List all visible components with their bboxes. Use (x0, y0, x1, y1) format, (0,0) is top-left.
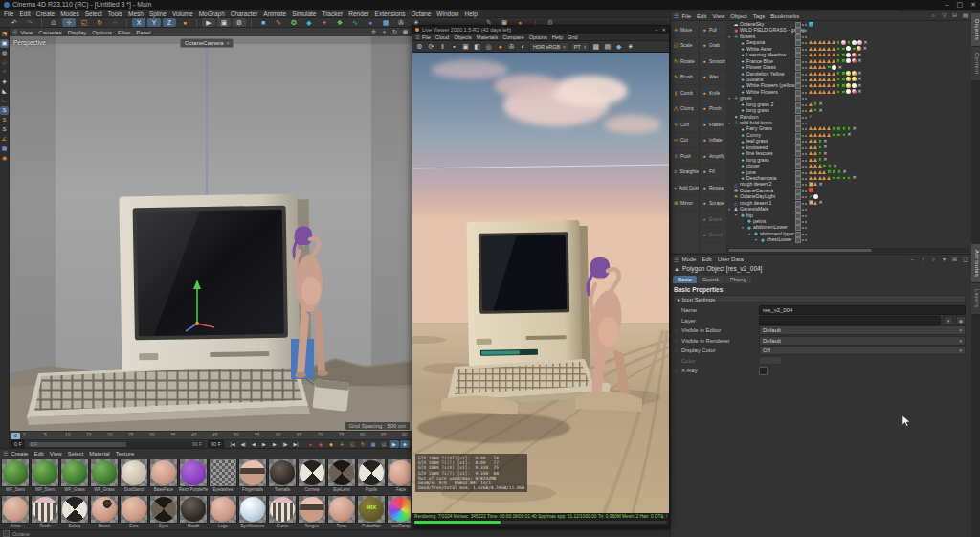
octane-object-tag-icon[interactable] (813, 90, 817, 94)
material-tag-icon[interactable] (832, 176, 836, 181)
octane-object-tag-icon[interactable] (827, 53, 831, 56)
expand-icon[interactable]: ▾ (748, 232, 752, 236)
menu-item-view[interactable]: View (712, 13, 724, 19)
material-tongue[interactable]: Tongue (298, 495, 326, 530)
axis-y-button[interactable]: Y (147, 18, 161, 27)
material-tag-icon[interactable] (836, 47, 841, 52)
material-pubichair[interactable]: MIXPubicHair (357, 495, 386, 530)
record-keyframe-button[interactable]: ● (305, 440, 315, 448)
record-pla-button[interactable]: ▤ (379, 440, 389, 448)
octane-object-tag-icon[interactable] (822, 40, 826, 44)
material-tag-icon[interactable] (827, 169, 832, 174)
tool-inflate[interactable]: ●Inflate (700, 133, 726, 149)
lv-minimize-button[interactable]: – (655, 27, 657, 33)
add-primitive-button[interactable]: ■ (256, 18, 270, 27)
close-button[interactable]: ✕ (970, 0, 976, 10)
record-scale-button[interactable]: ◱ (347, 440, 357, 448)
material-tag-icon[interactable] (841, 83, 846, 88)
octane-object-tag-icon[interactable] (813, 176, 817, 180)
texture-tag-icon[interactable]: ✕ (858, 58, 862, 63)
object-row-chestlower[interactable]: ▾❖chestLower (726, 236, 969, 242)
octane-object-tag-icon[interactable] (818, 59, 822, 63)
tool-clump[interactable]: ⋀Clump (671, 101, 699, 118)
octane-object-tag-icon[interactable] (809, 133, 813, 137)
menu-item-edit[interactable]: Edit (697, 13, 706, 19)
tool-knife[interactable]: ●Knife (700, 85, 726, 101)
octane-object-tag-icon[interactable] (822, 59, 826, 63)
material-tag-icon[interactable] (847, 176, 852, 181)
toggle-views-button[interactable]: ▦ (401, 28, 410, 35)
octane-object-tag-icon[interactable] (813, 65, 817, 69)
add-material-sphere-button[interactable]: ● (364, 18, 377, 27)
keyframe-circle-icon[interactable]: ○ (673, 338, 679, 344)
octane-object-tag-icon[interactable] (809, 139, 813, 143)
material-pupils[interactable]: Pupils (357, 459, 386, 494)
tool-push[interactable]: ⇧Push (671, 148, 699, 165)
texture-tag-icon[interactable]: ✕ (837, 65, 842, 70)
material-testramp[interactable]: testRamp (387, 495, 411, 530)
octane-object-tag-icon[interactable] (809, 108, 813, 112)
scale-button[interactable]: ◱ (78, 18, 91, 27)
menu-item-panel[interactable]: Panel (136, 30, 150, 35)
tool-scrape[interactable]: ●Scrape (700, 196, 726, 213)
material-sphere-tag-icon[interactable] (852, 58, 857, 63)
menu-item-help[interactable]: Help (464, 10, 477, 18)
octane-object-tag-icon[interactable] (822, 83, 826, 87)
octane-object-tag-icon[interactable] (818, 133, 822, 137)
texture-tag-icon[interactable]: ✕ (818, 200, 823, 205)
menu-item-modes[interactable]: Modes (60, 10, 79, 18)
solo-button[interactable]: ▶ (390, 440, 399, 448)
tool-cut[interactable]: ✂Cut (671, 133, 699, 149)
material-tag-icon[interactable] (818, 157, 823, 162)
viewport-camera-dropdown[interactable]: OctaneCamera▾ (180, 38, 234, 48)
menu-item-edit[interactable]: Edit (19, 10, 30, 18)
octane-object-tag-icon[interactable] (827, 90, 831, 94)
enabled-tag-icon[interactable]: ✓ (809, 114, 813, 119)
menu-item-animate[interactable]: Animate (263, 10, 286, 18)
material-tag-icon[interactable] (842, 133, 847, 138)
octane-object-tag-icon[interactable] (832, 72, 835, 76)
menu-item-cameras[interactable]: Cameras (38, 30, 61, 35)
prev-key-button[interactable]: ◀| (238, 440, 248, 448)
om-burger-icon[interactable]: ☰ (674, 12, 678, 19)
texture-mode-button[interactable]: ◍ (0, 49, 9, 57)
layer-pick-icon[interactable]: ▾ (944, 316, 953, 325)
tool-grab[interactable]: ●Grab (700, 38, 726, 55)
rotate-button[interactable]: ↻ (93, 18, 106, 27)
octane-object-tag-icon[interactable] (809, 90, 813, 94)
octane-object-tag-icon[interactable] (813, 182, 817, 186)
layer-field[interactable] (759, 316, 941, 325)
workplane-mode-button[interactable]: ◇ (0, 58, 9, 67)
material-sphere-tag-icon[interactable] (852, 40, 857, 45)
lv-alpha-button[interactable]: ▩ (590, 42, 601, 52)
make-editable-button[interactable]: ⬔ (0, 30, 9, 38)
material-sphere-tag-icon[interactable] (846, 46, 851, 51)
expand-icon[interactable]: ▾ (728, 121, 732, 125)
octane-object-tag-icon[interactable] (818, 126, 822, 130)
menu-item-volume[interactable]: Volume (172, 10, 193, 18)
attr-config-button[interactable]: ◻ (961, 256, 969, 263)
octane-object-tag-icon[interactable] (813, 201, 817, 205)
material-arms[interactable]: Arms (1, 495, 30, 530)
material-sphere-tag-icon[interactable] (832, 65, 836, 70)
octane-object-tag-icon[interactable] (813, 59, 817, 63)
camera-tag-icon[interactable] (809, 188, 813, 192)
visible-in-editor-dropdown[interactable]: Default▾ (759, 325, 966, 335)
dock-tab-content[interactable]: Content (971, 47, 980, 81)
render-image[interactable] (412, 53, 669, 513)
menu-item-tracker[interactable]: Tracker (322, 10, 343, 18)
lv-background-button[interactable]: ▤ (602, 42, 612, 52)
octane-object-tag-icon[interactable] (818, 176, 822, 180)
last-tool-button[interactable]: ⁘ (108, 18, 122, 27)
material-tag-icon[interactable] (836, 83, 841, 88)
keyframe-circle-icon[interactable]: ○ (673, 368, 679, 373)
menu-item-help[interactable]: Help (552, 34, 563, 40)
material-tag-icon[interactable] (832, 126, 836, 131)
material-rezz-purplehead[interactable]: Rezz PurpleHead (179, 459, 208, 494)
octane-object-tag-icon[interactable] (818, 53, 822, 56)
lv-restart-button[interactable]: ⟳ (426, 42, 436, 52)
lv-kernel-dropdown[interactable]: PT▾ (570, 42, 590, 52)
menu-item-file[interactable]: File (422, 34, 431, 40)
material-sphere-tag-icon[interactable] (852, 89, 857, 94)
material-fingernails[interactable]: Fingernails (238, 459, 267, 494)
